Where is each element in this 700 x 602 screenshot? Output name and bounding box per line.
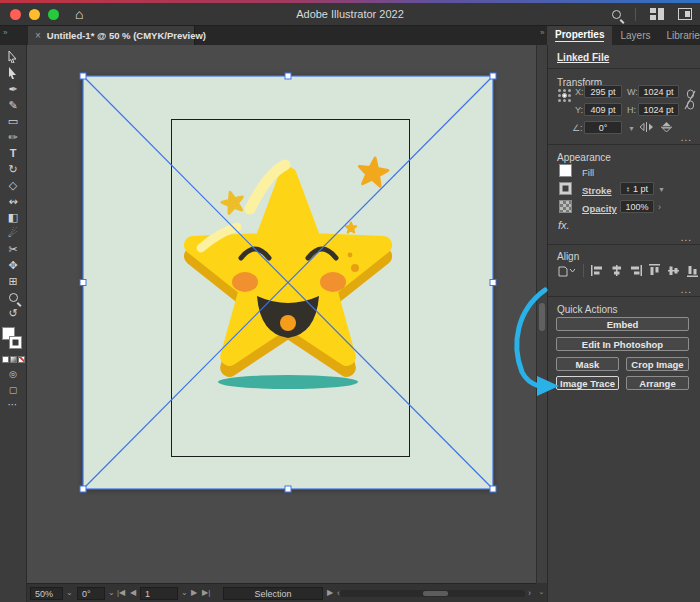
canvas-horizontal-scrollbar[interactable] [340,590,525,597]
previous-artboard-icon[interactable]: ◀ [130,589,136,597]
stroke-swatch[interactable] [9,336,22,349]
flip-horizontal-icon[interactable] [640,122,653,132]
curvature-tool-icon[interactable]: ✎ [1,97,25,113]
align-right-icon[interactable] [628,263,643,277]
fill-label: Fill [582,167,594,178]
illustrator-window: ⌂ Adobe Illustrator 2022 » × Untitled-1*… [0,0,700,602]
align-bottom-icon[interactable] [685,263,700,277]
stroke-color-swatch[interactable] [559,182,572,195]
y-input[interactable]: 409 pt [584,103,622,116]
image-trace-button[interactable]: Image Trace [556,376,619,390]
gradient-button[interactable] [10,356,17,363]
zoom-tool-icon[interactable] [1,289,25,305]
rotation-select[interactable]: 0° [584,121,622,134]
align-horizontal-center-icon[interactable] [609,263,624,277]
stroke-link[interactable]: Stroke [582,185,612,196]
tab-libraries[interactable]: Libraries [658,26,700,45]
gradient-tool-icon[interactable]: ◧ [1,209,25,225]
h-input[interactable]: 1024 pt [638,103,679,116]
stepper-arrows-icon[interactable]: ▲▼ [626,186,630,192]
color-button[interactable] [2,356,9,363]
opacity-input[interactable]: 100% [620,200,654,213]
panel-collapse-icon[interactable]: » [540,29,544,37]
align-more-options[interactable]: ... [681,285,692,295]
search-icon[interactable] [612,10,621,19]
embed-button[interactable]: Embed [556,317,689,331]
vertical-scrollbar-thumb[interactable] [539,303,545,331]
zoom-level-select[interactable]: 50% [30,587,63,600]
eraser-tool-icon[interactable]: ◇ [1,177,25,193]
pen-tool-icon[interactable]: ✒ [1,81,25,97]
linked-file-link[interactable]: Linked File [557,52,609,63]
align-left-icon[interactable] [590,263,605,277]
rotation-angle-icon: ∠: [572,123,583,133]
appearance-more-options[interactable]: ... [681,233,692,243]
edit-in-photoshop-button[interactable]: Edit In Photoshop [556,337,689,351]
opacity-arrow-icon[interactable]: › [658,203,661,212]
close-document-icon[interactable]: × [35,31,41,41]
rotate-view-tool-icon[interactable]: ↺ [1,305,25,321]
artboard-number-select[interactable]: 1 [140,587,178,600]
opacity-link[interactable]: Opacity [582,203,617,214]
opacity-swatch[interactable] [559,200,572,213]
direct-selection-tool-icon[interactable] [1,65,25,81]
drawing-modes-icon[interactable]: ◎ [9,369,17,379]
tab-properties[interactable]: Properties [547,26,612,45]
fill-color-swatch[interactable] [559,164,572,177]
arrange-button[interactable]: Arrange [626,376,689,390]
align-vertical-center-icon[interactable] [666,263,681,277]
type-tool-icon[interactable]: T [1,145,25,161]
selection-tool-icon[interactable] [1,49,25,65]
fill-stroke-swatches[interactable] [2,327,24,353]
fx-effects-button[interactable]: fx. [558,219,570,231]
zoom-chevron-icon[interactable]: ⌄ [66,589,73,597]
next-artboard-icon[interactable]: ▶ [191,589,197,597]
crop-image-button[interactable]: Crop Image [626,357,689,371]
h-label: H: [627,105,636,115]
status-expand-icon[interactable]: ▶ [327,589,333,597]
arrange-documents-icon[interactable] [678,8,692,20]
last-artboard-icon[interactable]: ▶| [202,589,210,597]
align-top-icon[interactable] [647,263,662,277]
rotation-chevron-icon[interactable]: ▼ [628,125,635,132]
stroke-width-chevron-icon[interactable]: ▼ [658,186,665,193]
transform-more-options[interactable]: ... [681,133,692,143]
stroke-width-stepper[interactable]: ▲▼ 1 pt [620,182,654,195]
scroll-down-icon[interactable]: ⌄ [536,583,547,602]
mask-button[interactable]: Mask [556,357,619,371]
selection-overlay [27,45,536,583]
scroll-right-icon[interactable]: › [528,589,531,598]
edit-toolbar-icon[interactable]: ⋯ [8,399,19,410]
constrain-proportions-icon[interactable] [684,89,696,111]
hand-tool-icon[interactable]: ✥ [1,257,25,273]
first-artboard-icon[interactable]: |◀ [117,589,125,597]
reference-point-locator[interactable] [558,89,571,102]
flip-vertical-icon[interactable] [660,122,673,132]
width-tool-icon[interactable]: ↭ [1,193,25,209]
tab-layers[interactable]: Layers [612,26,658,45]
artboard-tool-icon[interactable]: ⊞ [1,273,25,289]
x-input[interactable]: 295 pt [584,85,622,98]
rectangle-tool-icon[interactable]: ▭ [1,113,25,129]
rotation-view-select[interactable]: 0° [77,587,105,600]
paintbrush-tool-icon[interactable]: ✏ [1,129,25,145]
eyedropper-tool-icon[interactable]: ☄ [1,225,25,241]
horizontal-scrollbar-thumb[interactable] [423,591,448,596]
rotate-tool-icon[interactable]: ↻ [1,161,25,177]
canvas-vertical-scrollbar[interactable] [536,45,547,583]
rotation-chevron-icon[interactable]: ⌄ [108,589,115,597]
toolbar-collapse-icon[interactable]: » [3,29,7,37]
y-label: Y: [575,105,583,115]
align-to-selection-dropdown[interactable] [557,263,577,277]
w-input[interactable]: 1024 pt [638,85,679,98]
workspace-switcher-icon[interactable] [650,8,664,20]
titlebar-divider [635,8,636,21]
none-button[interactable] [18,356,25,363]
appearance-section-title: Appearance [557,152,611,163]
screen-mode-icon[interactable]: ▢ [9,385,18,395]
scissors-tool-icon[interactable]: ✂ [1,241,25,257]
status-indicator: Selection [223,587,323,600]
document-tab[interactable]: × Untitled-1* @ 50 % (CMYK/Preview) [28,26,195,45]
panel-tab-strip: Properties Layers Libraries [547,26,700,45]
artboard-chevron-icon[interactable]: ⌄ [181,589,188,597]
